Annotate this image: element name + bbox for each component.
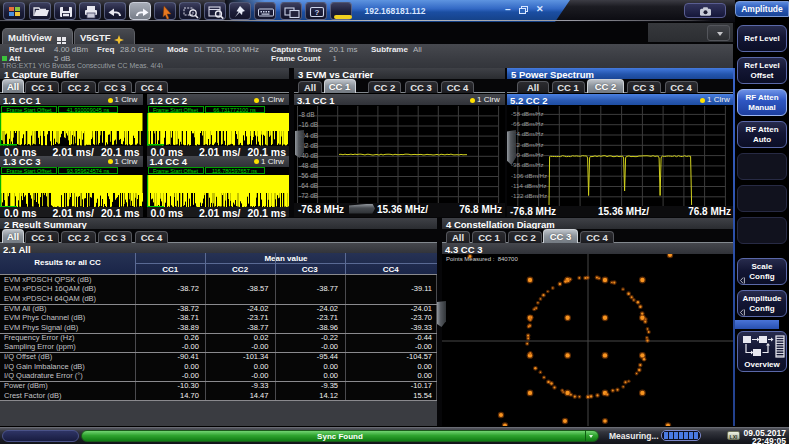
svg-text:?: ? <box>314 8 319 17</box>
